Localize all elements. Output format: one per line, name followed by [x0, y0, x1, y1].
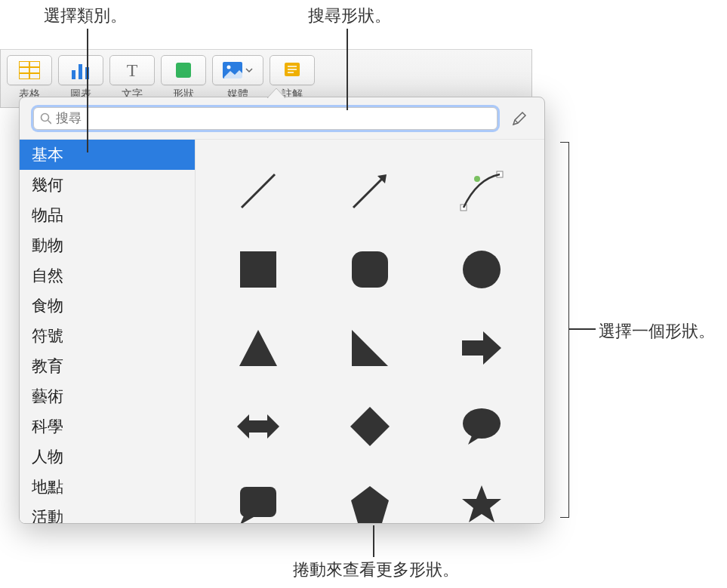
svg-line-19 [353, 179, 382, 208]
sidebar-item-4[interactable]: 自然 [20, 260, 195, 291]
shape-line[interactable] [228, 161, 288, 221]
sidebar-item-0[interactable]: 基本 [20, 140, 195, 170]
callout-choose-shape: 選擇一個形狀。 [599, 320, 715, 343]
svg-line-16 [48, 120, 52, 124]
toolbar-item-media[interactable]: 媒體 [212, 55, 263, 101]
svg-point-22 [474, 176, 480, 182]
svg-text:T: T [127, 61, 138, 79]
shape-star[interactable] [451, 475, 512, 523]
svg-rect-23 [240, 251, 276, 288]
svg-point-15 [42, 113, 49, 121]
toolbar-item-chart[interactable]: 圖表 [58, 55, 103, 101]
shape-diamond[interactable] [340, 396, 400, 457]
svg-point-25 [463, 251, 501, 288]
toolbar-item-shape[interactable]: 形狀 [161, 55, 206, 101]
search-input[interactable] [56, 111, 491, 126]
chevron-down-icon [245, 67, 253, 73]
search-row [20, 97, 544, 140]
svg-rect-8 [176, 63, 191, 78]
text-icon: T [122, 61, 143, 79]
search-icon [40, 112, 51, 125]
shape-pentagon[interactable] [340, 475, 400, 523]
table-icon [19, 61, 40, 79]
shape-rounded-square[interactable] [340, 239, 400, 300]
media-icon [223, 62, 242, 79]
callout-scroll: 捲動來查看更多形狀。 [293, 559, 459, 581]
sidebar-item-10[interactable]: 人物 [20, 442, 195, 472]
pen-tool-button[interactable] [508, 109, 531, 128]
svg-rect-24 [352, 251, 388, 288]
callout-line [347, 29, 348, 110]
sidebar-item-2[interactable]: 物品 [20, 200, 195, 230]
popover-arrow [267, 88, 285, 98]
shape-block-arrow-both[interactable] [228, 396, 288, 457]
toolbar-item-table[interactable]: 表格 [7, 55, 52, 101]
category-sidebar: 基本幾何物品動物自然食物符號教育藝術科學人物地點活動 [20, 140, 196, 523]
callout-category: 選擇類別。 [44, 5, 127, 27]
shape-curve[interactable] [451, 161, 512, 221]
svg-rect-4 [72, 70, 75, 79]
sidebar-item-11[interactable]: 地點 [20, 472, 195, 502]
sidebar-item-7[interactable]: 教育 [20, 351, 195, 381]
sidebar-item-1[interactable]: 幾何 [20, 170, 195, 200]
shapes-grid[interactable] [196, 140, 544, 523]
sidebar-item-9[interactable]: 科學 [20, 411, 195, 442]
svg-point-10 [227, 66, 231, 69]
shape-block-arrow-right[interactable] [451, 318, 512, 378]
chart-icon [70, 61, 91, 79]
svg-line-17 [515, 120, 518, 123]
svg-rect-27 [240, 487, 276, 517]
shape-icon [173, 61, 194, 79]
shape-right-triangle[interactable] [340, 318, 400, 378]
shape-arrow-line[interactable] [340, 161, 400, 221]
bracket [560, 142, 569, 518]
callout-line [373, 525, 374, 557]
callout-line [87, 29, 88, 152]
sidebar-item-3[interactable]: 動物 [20, 230, 195, 260]
search-field-container[interactable] [33, 107, 498, 130]
shape-square[interactable] [228, 239, 288, 300]
callout-search: 搜尋形狀。 [308, 5, 391, 27]
shapes-popover: 基本幾何物品動物自然食物符號教育藝術科學人物地點活動 [19, 97, 545, 524]
callout-line [569, 328, 596, 330]
sidebar-item-12[interactable]: 活動 [20, 502, 195, 523]
svg-point-26 [463, 408, 501, 439]
sidebar-item-6[interactable]: 符號 [20, 321, 195, 351]
shape-circle[interactable] [451, 239, 512, 300]
shape-speech-bubble[interactable] [451, 396, 512, 457]
comment-icon [282, 61, 303, 79]
toolbar-item-text[interactable]: T 文字 [109, 55, 155, 101]
shape-callout-rect[interactable] [228, 475, 288, 523]
svg-rect-5 [79, 64, 82, 79]
pen-icon [511, 110, 528, 127]
shape-triangle[interactable] [228, 318, 288, 378]
sidebar-item-5[interactable]: 食物 [20, 291, 195, 321]
sidebar-item-8[interactable]: 藝術 [20, 381, 195, 411]
svg-line-18 [242, 174, 275, 208]
